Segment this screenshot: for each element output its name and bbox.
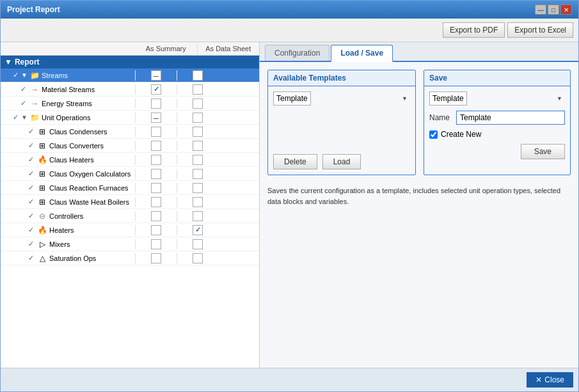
close-icon: ✕ — [535, 375, 542, 384]
condensers-summary-checkbox[interactable] — [151, 127, 161, 137]
tab-load-save[interactable]: Load / Save — [331, 45, 393, 62]
condensers-icon: ⊞ — [36, 127, 48, 136]
mixers-summary-checkbox[interactable] — [151, 239, 161, 249]
heaters2-summary-checkbox[interactable] — [151, 225, 161, 235]
mixers-datasheet-checkbox[interactable] — [193, 239, 203, 249]
material-datasheet-checkbox[interactable] — [193, 84, 203, 95]
report-label: Report — [15, 58, 40, 67]
tree-item-streams[interactable]: ✓ ▼ 📁 Streams – — [1, 68, 259, 82]
reaction-datasheet-cell — [177, 183, 218, 193]
tree-item-mixers[interactable]: ✓ ▷ Mixers — [1, 237, 259, 251]
streams-summary-checkbox[interactable]: – — [151, 70, 161, 81]
condensers-datasheet-checkbox[interactable] — [193, 127, 203, 137]
converters-cols — [135, 141, 218, 151]
export-excel-button[interactable]: Export to Excel — [507, 22, 573, 38]
save-name-input[interactable] — [456, 111, 565, 125]
tree-item-claus-condensers[interactable]: ✓ ⊞ Claus Condensers — [1, 125, 259, 139]
mixers-cols — [135, 239, 218, 249]
tree-item-heaters[interactable]: ✓ 🔥 Heaters ✓ — [1, 223, 259, 237]
controllers-datasheet-cell — [177, 211, 218, 221]
mixers-label: Mixers — [49, 240, 135, 248]
controllers-datasheet-checkbox[interactable] — [193, 211, 203, 221]
tree-item-material-streams[interactable]: ✓ → Material Streams ✓ — [1, 82, 259, 97]
tree-area: ▼ Report ✓ ▼ 📁 Streams – — [1, 56, 259, 368]
energy-datasheet-checkbox[interactable] — [193, 98, 203, 109]
heaters2-datasheet-checkbox[interactable]: ✓ — [193, 225, 203, 235]
converters-summary-checkbox[interactable] — [151, 141, 161, 151]
description-text: Saves the current configuration as a tem… — [267, 183, 571, 209]
streams-cols: – — [135, 70, 218, 81]
tree-item-unit-operations[interactable]: ✓ ▼ 📁 Unit Operations – — [1, 111, 259, 125]
heaters1-summary-checkbox[interactable] — [151, 155, 161, 165]
energy-summary-checkbox[interactable] — [151, 98, 161, 109]
heaters1-cols — [135, 155, 218, 165]
close-button[interactable]: ✕ Close — [527, 372, 573, 388]
heaters2-summary-cell — [135, 225, 177, 235]
title-bar-controls: — □ ✕ — [535, 4, 572, 15]
heaters2-check: ✓ — [26, 226, 35, 234]
condensers-cols — [135, 127, 218, 137]
close-label: Close — [544, 375, 564, 384]
tree-item-claus-waste[interactable]: ✓ ⊞ Claus Waste Heat Boilers — [1, 195, 259, 209]
save-action-button[interactable]: Save — [521, 144, 565, 159]
material-summary-checkbox[interactable]: ✓ — [151, 84, 161, 95]
waste-summary-cell — [135, 197, 177, 207]
tree-item-saturation-ops[interactable]: ✓ △ Saturation Ops — [1, 251, 259, 265]
available-templates-panel: Available Templates Template — [267, 70, 416, 175]
save-template-dropdown[interactable]: Template — [429, 91, 467, 106]
controllers-cols — [135, 211, 218, 221]
available-templates-dropdown[interactable]: Template — [273, 91, 311, 106]
tree-item-claus-converters[interactable]: ✓ ⊞ Claus Converters — [1, 139, 259, 153]
energy-datasheet-cell — [177, 98, 218, 109]
tree-item-controllers[interactable]: ✓ ⊖ Controllers — [1, 209, 259, 223]
controllers-summary-checkbox[interactable] — [151, 211, 161, 221]
unit-ops-summary-checkbox[interactable]: – — [151, 113, 161, 123]
available-templates-actions: Delete Load — [268, 149, 415, 175]
unit-ops-cols: – — [135, 113, 218, 123]
load-template-button[interactable]: Load — [322, 154, 361, 169]
reaction-check: ✓ — [26, 184, 35, 192]
minimize-button[interactable]: — — [535, 4, 546, 15]
tree-item-claus-reaction[interactable]: ✓ ⊞ Claus Reaction Furnaces — [1, 181, 259, 195]
reaction-datasheet-checkbox[interactable] — [193, 183, 203, 193]
oxygen-datasheet-checkbox[interactable] — [193, 169, 203, 179]
heaters1-datasheet-checkbox[interactable] — [193, 155, 203, 165]
tree-item-claus-heaters[interactable]: ✓ 🔥 Claus Heaters — [1, 153, 259, 167]
satops-check: ✓ — [26, 254, 35, 262]
reaction-icon: ⊞ — [36, 184, 48, 192]
satops-summary-checkbox[interactable] — [151, 253, 161, 263]
save-panel-body: Template Name Create New — [424, 86, 570, 164]
satops-datasheet-checkbox[interactable] — [193, 253, 203, 263]
save-panel: Save Template Name — [424, 70, 571, 175]
delete-template-button[interactable]: Delete — [273, 154, 317, 169]
material-datasheet-cell — [177, 84, 218, 95]
heaters1-label: Claus Heaters — [49, 156, 135, 164]
streams-icon: 📁 — [29, 71, 40, 80]
left-panel: As Summary As Data Sheet ▼ Report ✓ ▼ 📁 … — [1, 42, 260, 368]
column-headers: As Summary As Data Sheet — [1, 42, 259, 56]
bottom-bar: ✕ Close — [1, 368, 578, 391]
converters-datasheet-checkbox[interactable] — [193, 141, 203, 151]
controllers-icon: ⊖ — [36, 212, 48, 221]
unit-ops-datasheet-checkbox[interactable] — [193, 113, 203, 123]
oxygen-cols — [135, 169, 218, 179]
oxygen-summary-checkbox[interactable] — [151, 169, 161, 179]
available-templates-header: Available Templates — [268, 70, 415, 86]
tree-item-energy-streams[interactable]: ✓ → Energy Streams — [1, 97, 259, 111]
waste-summary-checkbox[interactable] — [151, 197, 161, 207]
toolbar: Export to PDF Export to Excel — [1, 19, 578, 42]
satops-label: Saturation Ops — [49, 255, 135, 262]
create-new-checkbox[interactable] — [429, 130, 438, 139]
streams-datasheet-checkbox[interactable] — [193, 70, 203, 81]
export-pdf-button[interactable]: Export to PDF — [443, 22, 505, 38]
waste-cols — [135, 197, 218, 207]
waste-datasheet-checkbox[interactable] — [193, 197, 203, 207]
reaction-summary-checkbox[interactable] — [151, 183, 161, 193]
material-icon: → — [29, 85, 40, 94]
maximize-button[interactable]: □ — [548, 4, 559, 15]
controllers-label: Controllers — [49, 212, 135, 220]
heaters1-check: ✓ — [26, 155, 35, 164]
tab-configuration[interactable]: Configuration — [265, 45, 329, 61]
close-window-button[interactable]: ✕ — [560, 4, 572, 15]
tree-item-claus-oxygen[interactable]: ✓ ⊞ Claus Oxygen Calculators — [1, 167, 259, 181]
